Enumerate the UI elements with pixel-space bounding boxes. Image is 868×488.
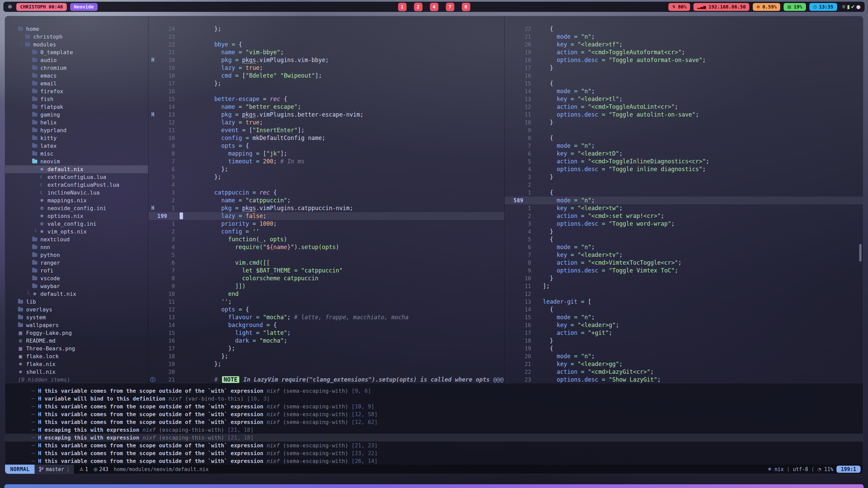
code-line[interactable]: 16 key = "<leader>g";: [505, 321, 863, 329]
code-line[interactable]: 5 {: [505, 236, 863, 243]
code-line[interactable]: 1 priority = 1000;: [148, 220, 504, 228]
code-line[interactable]: 17 }: [505, 64, 863, 72]
code-line[interactable]: 22 {: [505, 25, 863, 33]
code-line[interactable]: 17 };: [148, 80, 504, 87]
code-line[interactable]: ⓘ21 # NOTE In LazyVim require("clang_ext…: [148, 376, 504, 384]
tree-item-0-template[interactable]: 0_template: [5, 48, 148, 56]
tree-item-vim-opts-nix[interactable]: └❄vim_opts.nix: [5, 228, 148, 236]
diagnostic-item[interactable]: ─ H this variable comes from the scope o…: [5, 403, 863, 410]
code-line[interactable]: 6 mode = "n";: [505, 243, 863, 251]
clock-badge[interactable]: ◷13:35: [809, 3, 837, 11]
code-line[interactable]: 17 };: [148, 345, 504, 352]
code-line[interactable]: 14 {: [505, 306, 863, 313]
code-line[interactable]: 4: [148, 181, 504, 189]
code-line[interactable]: 15 better-escape = rec {: [148, 95, 504, 103]
tree-item-python[interactable]: python: [5, 251, 148, 259]
tree-item-firefox[interactable]: firefox: [5, 87, 148, 95]
tree-item-three-bears-png[interactable]: ▦Three-Bears.png: [5, 345, 148, 352]
code-line[interactable]: 16: [148, 87, 504, 95]
code-line[interactable]: 21 name = "vim-bbye";: [148, 48, 504, 56]
code-line[interactable]: 589 mode = "n";: [505, 197, 863, 204]
code-line[interactable]: 19 lazy = true;: [148, 64, 504, 72]
code-line[interactable]: 10 config = mkDefaultConfig name;: [148, 134, 504, 142]
tree-item-helix[interactable]: helix: [5, 119, 148, 126]
code-line[interactable]: 15 {: [505, 80, 863, 87]
code-line[interactable]: 5: [148, 251, 504, 259]
idle-inhibitor-icon[interactable]: ☼: [842, 4, 846, 10]
code-line[interactable]: 19 action = "<cmd>ToggleAutoformat<cr>";: [505, 48, 863, 56]
code-line[interactable]: 19 };: [148, 360, 504, 368]
code-line[interactable]: 1 key = "<leader>tw";: [505, 204, 863, 212]
tree-item-shell-nix[interactable]: ❄shell.nix: [5, 368, 148, 376]
code-line[interactable]: 11 '';: [148, 298, 504, 306]
diagnostic-item[interactable]: ─ H this variable comes from the scope o…: [5, 418, 863, 426]
diagnostic-item[interactable]: ─ H variable will bind to this definitio…: [5, 395, 863, 403]
code-line[interactable]: 12: [505, 290, 863, 298]
code-line[interactable]: 3 }: [505, 173, 863, 181]
tree-item-nnn[interactable]: nnn: [5, 243, 148, 251]
code-line[interactable]: 3 catppuccin = rec {: [148, 189, 504, 197]
diagnostic-item[interactable]: ─ H this variable comes from the scope o…: [5, 410, 863, 418]
tree-item-nextcloud[interactable]: nextcloud: [5, 236, 148, 243]
code-line[interactable]: 8 {: [505, 134, 863, 142]
git-branch-segment[interactable]: master ): [35, 465, 74, 474]
code-line[interactable]: 22 action = "<cmd>LazyGit<cr>";: [505, 368, 863, 376]
code-line[interactable]: 24 };: [148, 25, 504, 33]
code-line[interactable]: 2: [505, 181, 863, 189]
code-line[interactable]: 21 mode = "n";: [505, 33, 863, 41]
tree-item-mappings-nix[interactable]: ❄mappings.nix: [5, 197, 148, 204]
editor-pane-mappings-nix[interactable]: 22 {21 mode = "n";20 key = "<leader>tf";…: [505, 16, 863, 384]
code-line[interactable]: 10 }: [505, 119, 863, 126]
tree-item-overlays[interactable]: overlays: [5, 306, 148, 313]
tree-item-flake-nix[interactable]: ❄flake.nix: [5, 360, 148, 368]
code-line[interactable]: 3 options.desc = "Toggle word-wrap";: [505, 220, 863, 228]
code-line[interactable]: 18 options.desc = "Toggle autoformat-on-…: [505, 56, 863, 64]
code-line[interactable]: 9 ]]): [148, 282, 504, 290]
code-line[interactable]: 2 name = "catppuccin";: [148, 197, 504, 204]
tree-item-audio[interactable]: audio: [5, 56, 148, 64]
diagnostics-summary[interactable]: ⚠1 ◎243: [74, 466, 114, 472]
code-line[interactable]: 10 }: [505, 274, 863, 282]
tree-item-chromium[interactable]: chromium: [5, 64, 148, 72]
battery-badge[interactable]: ↯80%: [668, 3, 690, 11]
code-line[interactable]: 10 end: [148, 290, 504, 298]
code-line[interactable]: 12 lazy = true;: [148, 119, 504, 126]
tree-item-gaming[interactable]: gaming: [5, 111, 148, 119]
code-line[interactable]: 9 opts = {: [148, 142, 504, 150]
diagnostic-item[interactable]: ─ H escaping this with expression nixf (…: [5, 434, 863, 442]
tree-item-options-nix[interactable]: ❄options.nix: [5, 212, 148, 220]
network-badge[interactable]: ▂▄▆192.168.86.50: [693, 3, 749, 11]
tree-item-home[interactable]: home: [5, 25, 148, 33]
workspace-button-4[interactable]: 4: [430, 3, 438, 11]
workspace-button-2[interactable]: 2: [414, 3, 422, 11]
diagnostic-item[interactable]: ─ H this variable comes from the scope o…: [5, 442, 863, 449]
workspace-button-1[interactable]: 1: [398, 3, 406, 11]
code-line[interactable]: 16 dark = "mocha";: [148, 337, 504, 345]
tree-item-email[interactable]: email: [5, 80, 148, 87]
tree-item-extraconfigluapost-lua[interactable]: ☾extraConfigLuaPost.lua: [5, 181, 148, 189]
code-line[interactable]: 15 mode = "n";: [505, 313, 863, 321]
code-line[interactable]: 14 mode = "n";: [505, 87, 863, 95]
code-line[interactable]: 19 {: [505, 345, 863, 352]
code-line[interactable]: 15 light = "latte";: [148, 329, 504, 337]
code-line[interactable]: 13 flavour = "mocha"; # latte, frappe, m…: [148, 313, 504, 321]
code-line[interactable]: 5 action = "<cmd>ToggleInlineDiagnostics…: [505, 158, 863, 165]
tree-item-kitty[interactable]: kitty: [5, 134, 148, 142]
code-line[interactable]: 14 name = "better_escape";: [148, 103, 504, 111]
code-line[interactable]: 5 };: [148, 173, 504, 181]
tree-item-vscode[interactable]: vscode: [5, 274, 148, 282]
tree-item-foggy-lake-png[interactable]: ▦Foggy-Lake.png: [5, 329, 148, 337]
code-line[interactable]: 2 action = "<cmd>:set wrap!<cr>";: [505, 212, 863, 220]
diagnostic-item[interactable]: ─ H this variable comes from the scope o…: [5, 449, 863, 457]
code-line[interactable]: 18 }: [505, 337, 863, 345]
code-line[interactable]: H1 pkg = pkgs.vimPlugins.catppuccin-nvim…: [148, 204, 504, 212]
code-line[interactable]: 8 colorscheme catppuccin: [148, 274, 504, 282]
code-line[interactable]: 22 bbye = {: [148, 41, 504, 48]
tree-item-flatpak[interactable]: flatpak: [5, 103, 148, 111]
tree-item-flake-lock[interactable]: ▣flake.lock: [5, 352, 148, 360]
code-line[interactable]: 16: [505, 72, 863, 80]
code-line[interactable]: 9 options.desc = "Toggle Vimtex ToC";: [505, 267, 863, 274]
code-line[interactable]: 8 mapping = ["jk"];: [148, 150, 504, 158]
code-line[interactable]: 18 cmd = ["Bdelete" "Bwipeout"];: [148, 72, 504, 80]
code-line[interactable]: 11 options.desc = "Toggle autolint-on-sa…: [505, 111, 863, 119]
